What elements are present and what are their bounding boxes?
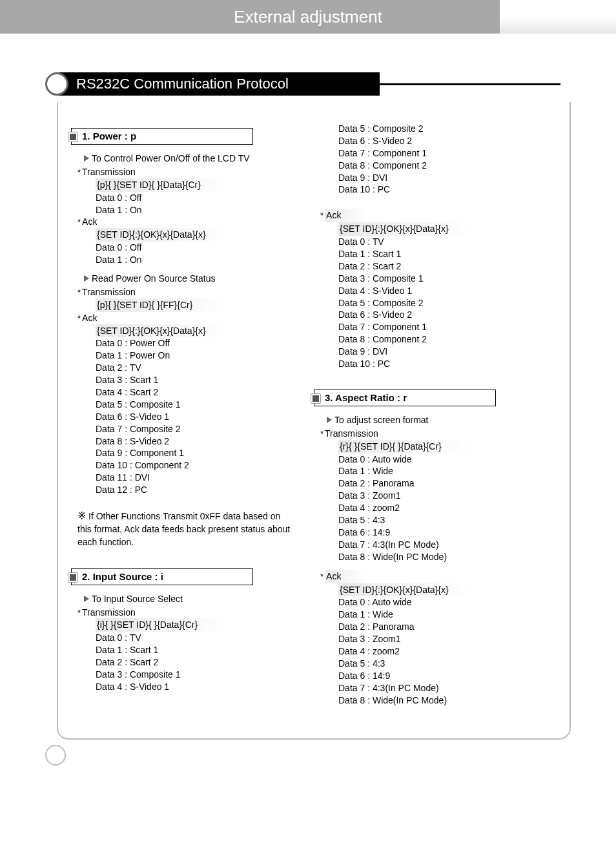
data-line: Data 3 : Zoom1 xyxy=(338,490,544,502)
footnote: ※If Other Functions Transmit 0xFF data b… xyxy=(77,509,294,549)
data-line: Data 0 : TV xyxy=(96,632,301,644)
triangle-icon xyxy=(84,155,89,161)
data-line: Data 6 : 14:9 xyxy=(338,670,544,682)
transmission-label: *Transmission xyxy=(320,428,544,440)
data-line: Data 0 : Power Off xyxy=(96,337,301,349)
data-line: Data 1 : On xyxy=(96,254,301,266)
data-line: Data 4 : S-Video 1 xyxy=(338,285,544,297)
triangle-icon xyxy=(327,417,332,423)
cmd-desc: To adjust screen format xyxy=(327,414,544,426)
data-line: Data 0 : Off xyxy=(96,242,301,254)
data-line: Data 12 : PC xyxy=(96,484,301,496)
data-line: Data 4 : zoom2 xyxy=(338,502,544,514)
triangle-icon xyxy=(84,596,89,602)
data-line: Data 2 : Panorama xyxy=(338,477,544,490)
data-line: Data 5 : 4:3 xyxy=(338,514,544,526)
data-line: Data 6 : S-Video 2 xyxy=(338,135,544,147)
data-line: Data 1 : Scart 1 xyxy=(96,644,301,656)
ack-label: *Ack xyxy=(77,312,301,324)
cmd-header-aspect: 3. Aspect Ratio : r xyxy=(314,390,496,406)
data-line: Data 8 : Wide(In PC Mode) xyxy=(338,694,544,707)
data-line: Data 6 : S-Video 2 xyxy=(338,309,544,321)
data-line: Data 7 : 4:3(In PC Mode) xyxy=(338,539,544,551)
content-area: 1. Power : p To Control Power On/Off of … xyxy=(57,102,571,740)
data-line: Data 1 : Scart 1 xyxy=(338,248,544,260)
data-line: Data 4 : zoom2 xyxy=(338,645,544,658)
data-line: Data 9 : DVI xyxy=(338,172,544,184)
data-line: Data 2 : TV xyxy=(96,362,301,374)
data-line: Data 8 : Component 2 xyxy=(338,160,544,172)
page-header: External adjustment xyxy=(0,0,616,34)
ack-code: {SET ID}{:}{OK}{x}{Data}{x} xyxy=(96,228,227,242)
data-line: Data 2 : Scart 2 xyxy=(96,656,301,669)
ack-label: *Ack xyxy=(320,209,544,222)
data-line: Data 2 : Scart 2 xyxy=(338,260,544,273)
section-title-text: RS232C Communication Protocol xyxy=(57,72,380,96)
transmission-code: {p}{ }{SET ID}{ }{FF}{Cr} xyxy=(96,298,227,312)
data-line: Data 6 : S-Video 1 xyxy=(96,411,301,423)
cmd-bullet-icon xyxy=(68,573,77,582)
data-line: Data 7 : Component 1 xyxy=(338,321,544,333)
data-line: Data 2 : Panorama xyxy=(338,621,544,633)
data-line: Data 1 : Wide xyxy=(338,465,544,477)
data-line: Data 10 : PC xyxy=(338,358,544,370)
data-line: Data 0 : Auto wide xyxy=(338,453,544,466)
data-line: Data 5 : Composite 2 xyxy=(338,297,544,309)
data-line: Data 8 : Component 2 xyxy=(338,333,544,346)
page-body: RS232C Communication Protocol 1. Power :… xyxy=(0,34,616,778)
data-line: Data 8 : Wide(In PC Mode) xyxy=(338,551,544,563)
cmd-header-input: 2. Input Source : i xyxy=(71,568,253,585)
data-line: Data 9 : DVI xyxy=(338,346,544,358)
transmission-code: {r}{ }{SET ID}{ }{Data}{Cr} xyxy=(338,440,470,453)
ack-label: *Ack xyxy=(320,570,544,583)
cmd-desc: To Control Power On/Off of the LCD TV xyxy=(84,152,301,165)
data-line: Data 8 : S-Video 2 xyxy=(96,435,301,448)
cmd-header-label: 3. Aspect Ratio : r xyxy=(314,392,407,403)
data-line: Data 3 : Composite 1 xyxy=(338,273,544,285)
data-line: Data 7 : 4:3(In PC Mode) xyxy=(338,682,544,694)
cmd-header-power: 1. Power : p xyxy=(71,128,253,145)
ack-code: {SET ID}{:}{OK}{x}{Data}{x} xyxy=(338,222,470,236)
ack-code: {SET ID}{:}{OK}{x}{Data}{x} xyxy=(96,324,227,338)
ack-label: *Ack xyxy=(77,216,301,228)
transmission-code: {i}{ }{SET ID}{ }{Data}{Cr} xyxy=(96,618,227,632)
triangle-icon xyxy=(84,275,89,282)
data-line: Data 7 : Composite 2 xyxy=(96,423,301,435)
data-line: Data 5 : Composite 1 xyxy=(96,399,301,411)
cmd-bullet-icon xyxy=(68,132,77,141)
data-line: Data 1 : Power On xyxy=(96,349,301,362)
transmission-label: *Transmission xyxy=(77,166,301,178)
page-number-circle xyxy=(45,745,66,765)
data-line: Data 0 : Off xyxy=(96,192,301,204)
cmd-header-label: 2. Input Source : i xyxy=(72,571,163,582)
page-title: External adjustment xyxy=(234,7,382,27)
data-line: Data 0 : TV xyxy=(338,236,544,248)
left-column: 1. Power : p To Control Power On/Off of … xyxy=(71,128,314,713)
data-line: Data 10 : PC xyxy=(338,183,544,196)
data-line: Data 5 : 4:3 xyxy=(338,658,544,670)
data-line: Data 11 : DVI xyxy=(96,472,301,484)
transmission-label: *Transmission xyxy=(77,286,301,298)
data-line: Data 10 : Component 2 xyxy=(96,459,301,472)
data-line: Data 1 : Wide xyxy=(338,609,544,621)
data-line: Data 4 : Scart 2 xyxy=(96,386,301,399)
transmission-code: {p}{ }{SET ID}{ }{Data}{Cr} xyxy=(96,178,227,192)
cmd-header-label: 1. Power : p xyxy=(72,130,136,141)
data-line: Data 7 : Component 1 xyxy=(338,147,544,160)
ack-code: {SET ID}{:}{OK}{x}{Data}{x} xyxy=(338,583,470,597)
data-line: Data 3 : Scart 1 xyxy=(96,374,301,386)
cmd-desc: To Input Source Select xyxy=(84,593,301,605)
data-line: Data 1 : On xyxy=(96,204,301,216)
data-line: Data 3 : Zoom1 xyxy=(338,633,544,645)
data-line: Data 5 : Composite 2 xyxy=(338,123,544,135)
transmission-label: *Transmission xyxy=(77,607,301,619)
data-line: Data 0 : Auto wide xyxy=(338,596,544,609)
cmd-desc: Read Power On Source Status xyxy=(84,273,301,285)
section-title: RS232C Communication Protocol xyxy=(45,72,571,96)
section-bullet-icon xyxy=(45,72,68,96)
cmd-bullet-icon xyxy=(311,394,320,403)
data-line: Data 6 : 14:9 xyxy=(338,526,544,539)
data-line: Data 9 : Component 1 xyxy=(96,447,301,459)
data-line: Data 3 : Composite 1 xyxy=(96,669,301,681)
data-line: Data 4 : S-Video 1 xyxy=(96,681,301,693)
